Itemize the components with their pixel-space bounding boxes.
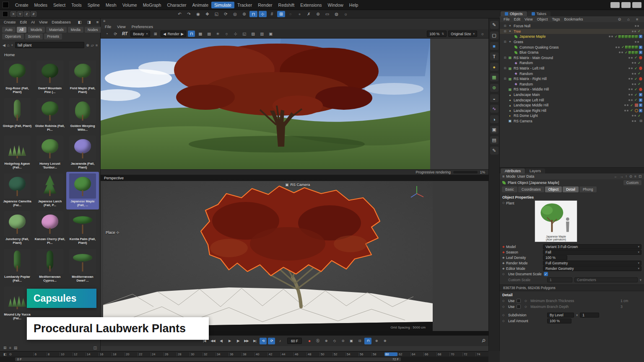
- palette-tool-icon[interactable]: ∿: [490, 105, 499, 113]
- clear-search-icon[interactable]: ⊗: [86, 43, 89, 47]
- object-label[interactable]: Random: [519, 82, 533, 86]
- toolbar-icon[interactable]: ↷: [185, 11, 193, 17]
- folder-icon[interactable]: ▱: [91, 43, 94, 47]
- menubar-item[interactable]: Volume: [119, 2, 140, 8]
- menubar-item[interactable]: Simulate: [211, 2, 234, 8]
- object-row[interactable]: ⊟ Focus Null F ⊡: [500, 23, 644, 29]
- frame-tick[interactable]: 66: [423, 352, 436, 356]
- object-row[interactable]: RS Camera F ⊡: [500, 119, 644, 124]
- manager-menu-icon[interactable]: ⊙: [616, 17, 623, 21]
- object-label[interactable]: Landscape Left Hill: [514, 98, 544, 102]
- grid-view-icon[interactable]: ▦: [197, 31, 204, 37]
- palette-tool-icon[interactable]: ▣: [490, 126, 499, 134]
- custom-scale-unit-dropdown[interactable]: Centimeters: [574, 277, 638, 282]
- frame-tick[interactable]: 72: [462, 352, 475, 356]
- menubar-item[interactable]: Tools: [68, 2, 85, 8]
- use-checkbox[interactable]: [517, 299, 521, 303]
- attribute-nav-icon[interactable]: ↑: [626, 174, 627, 178]
- object-manager-menu-item[interactable]: File: [501, 17, 512, 21]
- palette-tool-icon[interactable]: ✎: [490, 147, 499, 155]
- perspective-menu-label[interactable]: Perspective: [104, 176, 124, 180]
- detail-value[interactable]: 1 cm: [621, 299, 641, 303]
- anim-dot[interactable]: ◆: [502, 251, 506, 254]
- object-row[interactable]: Landscape Left Hill ✓ F ⊡: [500, 97, 644, 103]
- palette-tool-icon[interactable]: ◑: [490, 115, 499, 123]
- property-value[interactable]: 100 %: [543, 255, 567, 260]
- frame-tick[interactable]: 42: [267, 352, 280, 356]
- palette-tool-icon[interactable]: ◒: [490, 94, 499, 102]
- extra-badges[interactable]: F ⊡: [639, 67, 642, 70]
- enabled-check-icon[interactable]: ✓: [638, 61, 641, 65]
- viewport-burger-icon[interactable]: ≡: [103, 19, 105, 23]
- toolbar-icon[interactable]: ⊞: [277, 11, 285, 17]
- asset-menu-item[interactable]: Databases: [49, 19, 73, 25]
- frame-tick[interactable]: 52: [332, 352, 345, 356]
- region-icon[interactable]: ○: [223, 31, 230, 37]
- zoom-dropdown[interactable]: 100 %⇅: [427, 31, 447, 37]
- frame-tick[interactable]: 44: [280, 352, 293, 356]
- extra-badges[interactable]: F ⊡: [639, 46, 642, 49]
- frame-tick[interactable]: 40: [254, 352, 267, 356]
- place-tool-label[interactable]: Place ⊹: [106, 230, 119, 235]
- palette-tool-icon[interactable]: ✎: [490, 21, 499, 29]
- object-label[interactable]: Blue Grama: [519, 50, 538, 54]
- transport-button[interactable]: ▶|: [251, 338, 258, 344]
- asset-plant-item[interactable]: Field Maple (Fall, Plant): [66, 59, 99, 96]
- object-label[interactable]: Common Quaking Grass: [519, 45, 559, 49]
- extra-badges[interactable]: F ⊡: [635, 103, 642, 107]
- playback-option-button[interactable]: ⟲: [260, 338, 267, 344]
- frame-tick[interactable]: 48: [306, 352, 319, 356]
- custom-scale-value[interactable]: 1: [547, 277, 572, 282]
- workspace-icon[interactable]: [3, 11, 8, 17]
- asset-search-input[interactable]: [15, 42, 85, 48]
- object-row[interactable]: ⊟ RS Matrix - Main Ground ✓ F ⊡: [500, 55, 644, 61]
- manager-menu-icon[interactable]: ≡: [634, 17, 640, 21]
- menubar-item[interactable]: Help: [346, 2, 361, 8]
- frame-tick[interactable]: 28: [177, 352, 190, 356]
- asset-plant-item[interactable]: Japanese Maple (Fall, ...: [66, 172, 99, 209]
- visibility-dots[interactable]: [628, 94, 633, 96]
- options-icon[interactable]: ≡: [96, 43, 98, 47]
- extra-badges[interactable]: F ⊡: [639, 51, 642, 54]
- asset-plant-item[interactable]: Jacaranda (Fall, Plant): [66, 134, 99, 172]
- palette-tool-icon[interactable]: ■: [490, 42, 499, 50]
- visibility-dots[interactable]: [628, 99, 633, 101]
- mode-menu-icon[interactable]: ≡: [502, 174, 504, 178]
- enabled-check-icon[interactable]: ✓: [638, 29, 641, 33]
- asset-filter-tab[interactable]: Media: [68, 27, 83, 33]
- toolbar-icon[interactable]: ▭: [323, 11, 331, 17]
- asset-plant-item[interactable]: Kanzan Cherry (Fall, Pl...: [34, 209, 66, 247]
- object-label[interactable]: Focus Null: [514, 24, 530, 28]
- frame-tick[interactable]: 34: [216, 352, 229, 356]
- material-swatches[interactable]: [618, 35, 638, 38]
- frame-tick[interactable]: 60: [384, 352, 397, 356]
- menubar-item[interactable]: Extensions: [297, 2, 325, 8]
- asset-menu-item[interactable]: Create: [2, 19, 18, 25]
- menubar-item[interactable]: Modes: [31, 2, 51, 8]
- enabled-check-icon[interactable]: ✓: [638, 72, 641, 75]
- toolbar-icon[interactable]: ◎: [231, 11, 239, 17]
- enabled-check-icon[interactable]: ✓: [621, 45, 624, 49]
- add-icon[interactable]: +: [11, 43, 13, 47]
- expander-icon[interactable]: ⊟: [503, 40, 507, 44]
- object-row[interactable]: RS Dome Light ✓ F ⊡: [500, 113, 644, 119]
- frame-tick[interactable]: 30: [190, 352, 203, 356]
- palette-tool-icon[interactable]: ▢: [490, 31, 499, 39]
- object-row[interactable]: Landscape Right Hill ✓ F ⊡: [500, 108, 644, 114]
- extra-badges[interactable]: F ⊡: [639, 35, 642, 38]
- object-row[interactable]: Landscape Main ✓ F ⊡: [500, 92, 644, 98]
- breadcrumb[interactable]: Home: [0, 50, 100, 58]
- frame-tick[interactable]: 32: [203, 352, 216, 356]
- record-button[interactable]: ◇: [331, 338, 338, 344]
- asset-plant-item[interactable]: Mediterranean Dwarf ...: [66, 247, 99, 285]
- key-icon[interactable]: ⚲: [480, 338, 487, 344]
- object-row[interactable]: ⊟ RS Matrix - Right Hill ✓ F ⊡: [500, 76, 644, 82]
- anim-dot[interactable]: ◆: [502, 256, 506, 259]
- detail-section-title[interactable]: Detail: [500, 293, 644, 298]
- extra-badges[interactable]: F ⊡: [639, 119, 642, 123]
- ipr-icon[interactable]: ▣: [267, 31, 274, 37]
- visibility-dots[interactable]: [628, 78, 633, 80]
- asset-plant-item[interactable]: Kentia Palm (Fall, Plant): [66, 209, 99, 247]
- toolbar-icon[interactable]: ⊹: [259, 11, 267, 17]
- app-logo[interactable]: [3, 2, 9, 8]
